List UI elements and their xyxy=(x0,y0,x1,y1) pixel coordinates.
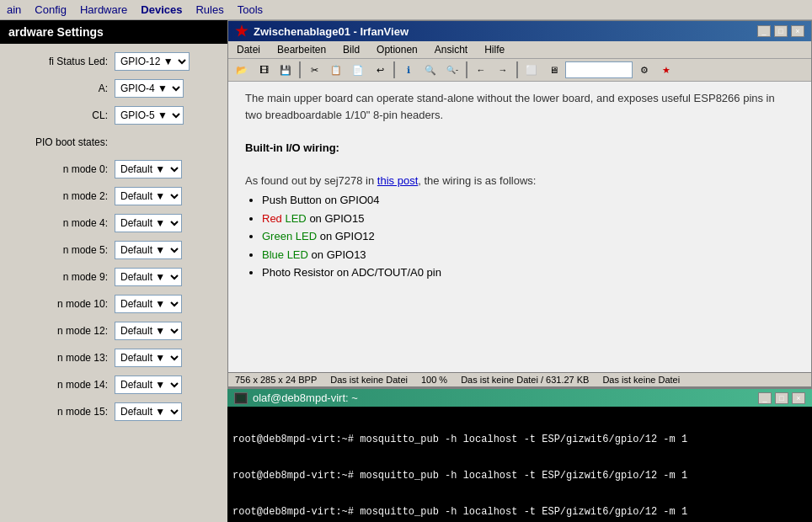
select-mode13[interactable]: Default ▼ xyxy=(115,349,182,367)
nav-rules[interactable]: Rules xyxy=(195,3,223,16)
toolbar-separator-1 xyxy=(299,61,301,78)
menu-datei[interactable]: Datei xyxy=(233,43,264,56)
green-text: Green xyxy=(262,230,296,242)
select-mode10[interactable]: Default ▼ xyxy=(115,295,182,313)
terminal-window-controls: _ □ × xyxy=(758,392,805,404)
select-mode14[interactable]: Default ▼ xyxy=(115,376,182,394)
fullscreen-button[interactable]: ⬜ xyxy=(521,61,542,79)
toolbar-separator-3 xyxy=(466,61,467,78)
zoom-in-button[interactable]: 🔍 xyxy=(420,61,441,79)
minimize-button[interactable]: _ xyxy=(757,25,771,37)
status-file1: Das ist keine Datei xyxy=(330,375,408,385)
list-item-button: Push Button on GPIO04 xyxy=(262,192,794,209)
terminal-content[interactable]: root@deb8mpd-virt:~# mosquitto_pub -h lo… xyxy=(227,407,812,522)
form-row-mode5: n mode 5: Default ▼ xyxy=(5,239,222,261)
status-file3: Das ist keine Datei xyxy=(602,375,680,385)
menu-ansicht[interactable]: Ansicht xyxy=(431,43,471,56)
blue-suffix: on GPIO13 xyxy=(312,248,366,261)
select-sda[interactable]: GPIO-4 ▼ xyxy=(115,79,184,98)
menu-optionen[interactable]: Optionen xyxy=(373,43,421,56)
terminal-icon xyxy=(234,392,248,404)
undo-button[interactable]: ↩ xyxy=(370,61,390,79)
list-item-photo: Photo Resistor on ADC/TOUT/A0 pin xyxy=(262,264,794,281)
form-row-mode14: n mode 14: Default ▼ xyxy=(5,374,222,396)
nav-config[interactable]: Config xyxy=(35,3,67,16)
status-dimensions: 756 x 285 x 24 BPP xyxy=(235,375,317,385)
nav-devices[interactable]: Devices xyxy=(141,3,182,16)
maximize-button[interactable]: □ xyxy=(774,25,788,37)
cut-button[interactable]: ✂ xyxy=(304,61,324,79)
left-panel: ardware Settings fi Status Led: GPIO-12 … xyxy=(0,20,227,522)
settings-toolbar-button[interactable]: ⚙ xyxy=(634,61,654,79)
irfanview-logo-button[interactable]: ★ xyxy=(656,61,676,79)
select-mode2[interactable]: Default ▼ xyxy=(115,187,182,205)
forward-button[interactable]: → xyxy=(493,61,513,79)
nav-tools[interactable]: Tools xyxy=(238,3,263,16)
menu-hilfe[interactable]: Hilfe xyxy=(481,43,508,56)
wiring-after-link: , the wiring is as follows: xyxy=(418,174,536,187)
filmstrip-button[interactable]: 🎞 xyxy=(254,61,274,79)
blue-text: Blue xyxy=(262,248,287,261)
menu-bild[interactable]: Bild xyxy=(339,43,363,56)
label-mode2: n mode 2: xyxy=(5,190,115,202)
label-scl: CL: xyxy=(5,109,115,121)
terminal-minimize-button[interactable]: _ xyxy=(758,392,772,404)
form-row-mode13: n mode 13: Default ▼ xyxy=(5,347,222,369)
led-red-text: LED xyxy=(285,212,306,225)
toolbar-separator-2 xyxy=(393,61,395,78)
toolbar-separator-4 xyxy=(516,61,518,78)
menubar: Datei Bearbeiten Bild Optionen Ansicht H… xyxy=(228,41,811,59)
select-mode5[interactable]: Default ▼ xyxy=(115,241,182,259)
save-button[interactable]: 💾 xyxy=(275,61,296,79)
window-controls: _ □ × xyxy=(757,25,804,37)
select-mode15[interactable]: Default ▼ xyxy=(115,402,182,421)
intro-text: The main upper board can operate stand-a… xyxy=(245,90,794,123)
wiring-intro: As found out by sej7278 in this post, th… xyxy=(245,173,794,189)
paste-button[interactable]: 📄 xyxy=(348,61,368,79)
toolbar-search-input[interactable] xyxy=(565,61,633,78)
form-row-scl: CL: GPIO-5 ▼ xyxy=(5,104,222,126)
right-panel: Zwischenablage01 - IrfanView _ □ × Datei… xyxy=(227,20,812,522)
open-folder-button[interactable]: 📂 xyxy=(232,61,252,79)
select-mode9[interactable]: Default ▼ xyxy=(115,268,182,286)
statusbar: 756 x 285 x 24 BPP Das ist keine Datei 1… xyxy=(228,372,811,386)
list-item-red-led: Red LED on GPIO15 xyxy=(262,210,794,227)
menu-bearbeiten[interactable]: Bearbeiten xyxy=(274,43,329,56)
back-button[interactable]: ← xyxy=(471,61,491,79)
status-file2: Das ist keine Datei / 631.27 KB xyxy=(461,375,589,385)
select-mode12[interactable]: Default ▼ xyxy=(115,322,182,340)
terminal-window: olaf@deb8mpd-virt: ~ _ □ × root@deb8mpd-… xyxy=(227,387,812,522)
nav-ain[interactable]: ain xyxy=(7,3,21,16)
nav-hardware[interactable]: Hardware xyxy=(80,3,127,16)
label-mode10: n mode 10: xyxy=(5,298,115,310)
monitor-button[interactable]: 🖥 xyxy=(543,61,564,79)
toolbar: 📂 🎞 💾 ✂ 📋 📄 ↩ ℹ 🔍 🔍- ← → ⬜ 🖥 ⚙ xyxy=(228,59,811,82)
terminal-close-button[interactable]: × xyxy=(792,392,805,404)
form-row-mode10: n mode 10: Default ▼ xyxy=(5,293,222,315)
irfanview-icon xyxy=(235,24,248,38)
terminal-title-left: olaf@deb8mpd-virt: ~ xyxy=(234,392,358,404)
content-area: The main upper board can operate stand-a… xyxy=(228,82,811,372)
zoom-out-button[interactable]: 🔍- xyxy=(442,61,462,79)
list-item-blue-led: Blue LED on GPIO13 xyxy=(262,247,794,264)
green-suffix: on GPIO12 xyxy=(320,230,375,242)
copy-button[interactable]: 📋 xyxy=(326,61,346,79)
select-wifi-led[interactable]: GPIO-12 ▼ xyxy=(115,52,190,71)
gpio-list: Push Button on GPIO04 Red LED on GPIO15 … xyxy=(262,192,794,281)
info-button[interactable]: ℹ xyxy=(398,61,419,79)
this-post-link[interactable]: this post xyxy=(377,174,418,187)
form-row-sda: A: GPIO-4 ▼ xyxy=(5,77,222,99)
label-mode15: n mode 15: xyxy=(5,406,115,418)
label-mode14: n mode 14: xyxy=(5,379,115,391)
select-mode4[interactable]: Default ▼ xyxy=(115,214,182,232)
settings-form: fi Status Led: GPIO-12 ▼ A: GPIO-4 ▼ CL:… xyxy=(0,44,227,434)
top-navigation: ain Config Hardware Devices Rules Tools xyxy=(0,0,812,20)
label-mode13: n mode 13: xyxy=(5,352,115,364)
io-heading: Built-in I/O wiring: xyxy=(245,140,794,157)
label-mode4: n mode 4: xyxy=(5,217,115,229)
select-mode0[interactable]: Default ▼ xyxy=(115,160,182,178)
close-button[interactable]: × xyxy=(791,25,804,37)
led-blue-text: LED xyxy=(287,248,308,261)
terminal-maximize-button[interactable]: □ xyxy=(775,392,788,404)
select-scl[interactable]: GPIO-5 ▼ xyxy=(115,106,184,125)
